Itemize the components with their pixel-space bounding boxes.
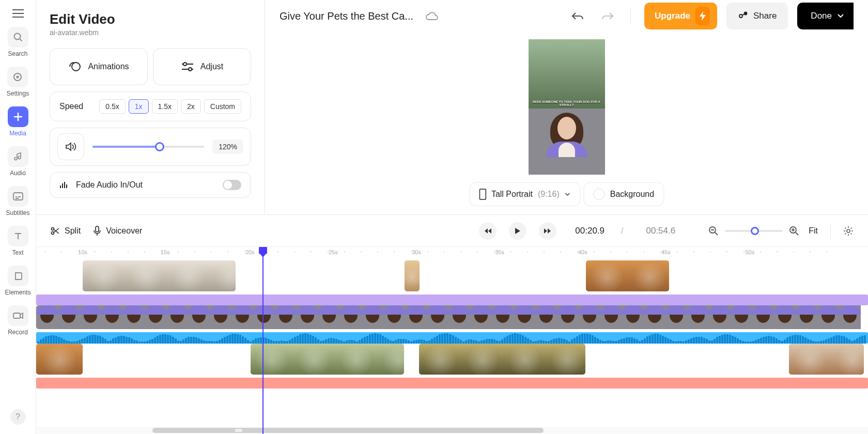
track-overlay[interactable]	[36, 260, 868, 291]
clip-dog-small[interactable]	[405, 260, 420, 291]
undo-icon[interactable]	[568, 8, 588, 24]
ruler-tick: 30s	[412, 249, 421, 255]
upgrade-button[interactable]: Upgrade	[644, 3, 717, 29]
done-label: Done	[811, 11, 832, 21]
zoom-in-icon[interactable]	[789, 226, 799, 236]
timeline-ruler[interactable]: 10s15s20s25s30s35s40s45s50s	[36, 247, 868, 260]
sidebar-item-elements[interactable]: Elements	[5, 266, 30, 296]
aspect-ratio: (9:16)	[538, 190, 560, 199]
ruler-tick: 45s	[661, 249, 671, 255]
fade-card: Fade Audio In/Out	[50, 172, 251, 198]
redo-icon[interactable]	[597, 8, 617, 24]
search-icon	[8, 27, 28, 48]
edit-panel: Edit Video ai-avatar.webm Animations Adj…	[36, 0, 265, 214]
zoom-slider[interactable]	[725, 230, 783, 232]
mic-icon	[93, 226, 101, 236]
done-button[interactable]: Done	[797, 3, 854, 29]
ruler-tick: 50s	[746, 249, 755, 255]
left-sidebar: Search Settings Media Audio Subtitles Te…	[0, 0, 36, 434]
bg-color-swatch	[594, 189, 605, 200]
adjust-button[interactable]: Adjust	[153, 48, 251, 85]
record-icon	[8, 305, 28, 326]
track-broll[interactable]	[36, 344, 868, 375]
clip-cats[interactable]	[83, 260, 236, 291]
speed-custom[interactable]: Custom	[204, 99, 241, 114]
total-time: 00:54.6	[646, 226, 675, 236]
clip-dogs-orange[interactable]	[586, 260, 669, 291]
sidebar-item-text[interactable]: Text	[8, 226, 28, 256]
divider	[830, 224, 831, 238]
share-button[interactable]: Share	[726, 3, 788, 29]
track-audio-wave[interactable]	[36, 332, 868, 344]
volume-slider[interactable]	[92, 146, 204, 148]
sidebar-item-record[interactable]: Record	[8, 305, 28, 336]
upgrade-label: Upgrade	[655, 11, 690, 21]
caption-text: NEED SOMEONE TO TAKE YOUR DOG FOR A STRO…	[529, 100, 605, 106]
video-preview[interactable]: NEED SOMEONE TO TAKE YOUR DOG FOR A STRO…	[529, 39, 605, 175]
current-time: 00:20.9	[575, 226, 605, 236]
clip-collie[interactable]	[789, 344, 864, 375]
svg-point-8	[739, 14, 742, 18]
sidebar-label: Record	[8, 329, 28, 336]
main-area: Edit Video ai-avatar.webm Animations Adj…	[36, 0, 868, 434]
aspect-label: Tall Portrait	[491, 190, 533, 199]
play-button[interactable]	[509, 222, 526, 240]
clip-forest[interactable]	[419, 344, 585, 375]
track-subtitle-strip[interactable]	[36, 295, 868, 305]
speed-0-5x[interactable]: 0.5x	[99, 99, 125, 114]
clip-avatar[interactable]	[36, 305, 868, 329]
zoom-out-icon[interactable]	[708, 226, 719, 236]
split-label: Split	[65, 226, 81, 236]
project-title[interactable]: Give Your Pets the Best Ca...	[280, 10, 413, 22]
svg-point-2	[17, 76, 19, 79]
animations-button[interactable]: Animations	[50, 48, 148, 85]
speed-1-5x[interactable]: 1.5x	[152, 99, 178, 114]
aspect-ratio-dropdown[interactable]: Tall Portrait (9:16)	[469, 182, 581, 206]
music-icon	[8, 146, 28, 167]
sidebar-item-settings[interactable]: Settings	[7, 67, 29, 97]
music-strip[interactable]	[36, 378, 868, 389]
chevron-down-icon	[565, 192, 571, 196]
audio-waveform[interactable]	[36, 332, 868, 344]
sidebar-label: Elements	[5, 289, 30, 296]
rewind-button[interactable]	[479, 222, 497, 240]
speed-2x[interactable]: 2x	[181, 99, 201, 114]
panel-title: Edit Video	[50, 11, 251, 27]
cloud-icon[interactable]	[423, 8, 441, 24]
voiceover-button[interactable]: Voiceover	[93, 226, 142, 236]
speed-1x[interactable]: 1x	[129, 99, 149, 114]
split-button[interactable]: Split	[51, 226, 81, 236]
timeline-settings-icon[interactable]	[843, 226, 854, 236]
sidebar-label: Settings	[7, 90, 29, 97]
sidebar-item-audio[interactable]: Audio	[8, 146, 28, 177]
help-icon[interactable]: ?	[10, 409, 26, 425]
svg-point-16	[847, 229, 850, 233]
timeline[interactable]: 10s15s20s25s30s35s40s45s50s	[36, 246, 868, 434]
fade-toggle[interactable]	[223, 180, 241, 190]
track-avatar[interactable]	[36, 305, 868, 329]
sidebar-label: Text	[12, 249, 23, 256]
header-divider	[630, 9, 631, 23]
volume-card: 120%	[50, 128, 251, 166]
volume-icon[interactable]	[57, 133, 84, 160]
panel-subtitle: ai-avatar.webm	[50, 28, 251, 37]
sidebar-item-media[interactable]: Media	[8, 106, 28, 137]
sidebar-label: Subtitles	[6, 209, 29, 216]
background-button[interactable]: Background	[584, 182, 664, 206]
track-music-strip[interactable]	[36, 378, 868, 389]
svg-rect-10	[479, 189, 486, 199]
sidebar-item-search[interactable]: Search	[8, 27, 28, 57]
forward-button[interactable]	[539, 222, 556, 240]
clip-dog-1[interactable]	[36, 344, 83, 375]
playhead[interactable]	[262, 247, 264, 434]
sidebar-item-subtitles[interactable]: Subtitles	[6, 186, 29, 216]
subtitle-strip[interactable]	[36, 295, 868, 305]
ruler-tick: 15s	[161, 249, 170, 255]
hamburger-icon[interactable]	[12, 9, 24, 18]
portrait-icon	[479, 189, 486, 200]
clip-park[interactable]	[251, 344, 404, 375]
fit-button[interactable]: Fit	[809, 226, 818, 236]
timeline-scrollbar[interactable]	[36, 427, 868, 434]
preview-header: Give Your Pets the Best Ca... Upgrade Sh…	[265, 0, 868, 32]
preview-area: Give Your Pets the Best Ca... Upgrade Sh…	[265, 0, 868, 214]
